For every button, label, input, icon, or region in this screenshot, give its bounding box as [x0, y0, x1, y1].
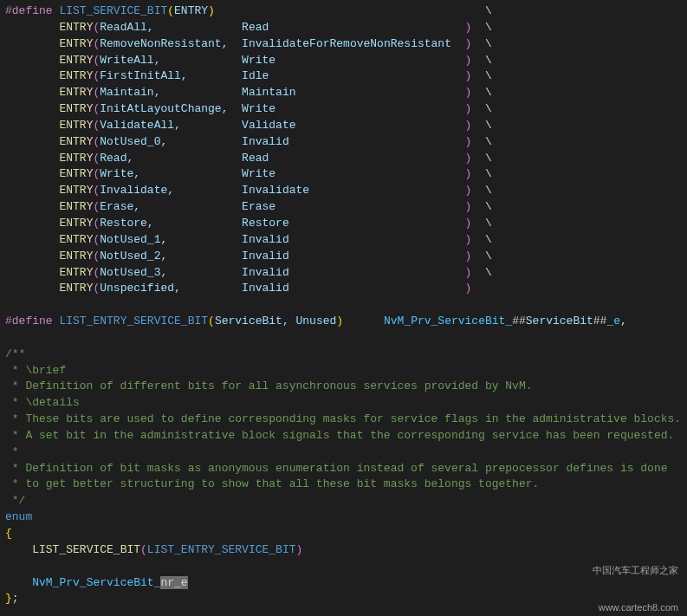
- entry-line: ENTRY(ValidateAll, Validate ) \: [5, 118, 682, 134]
- comment-line: *: [5, 444, 682, 461]
- entry-line: ENTRY(Erase, Erase ) \: [5, 199, 682, 216]
- entry-line: ENTRY(NotUsed_0, Invalid ) \: [5, 134, 682, 151]
- enum-last-prefix: NvM_Prv_ServiceBit_: [32, 576, 160, 589]
- entry-line: ENTRY(Invalidate, Invalidate ) \: [5, 183, 682, 199]
- macro-call: LIST_SERVICE_BIT: [32, 543, 140, 556]
- comment-close: */: [5, 493, 682, 509]
- brace-close: }: [5, 592, 12, 605]
- entry-line: ENTRY(FirstInitAll, Idle ) \: [5, 68, 682, 85]
- macro-arg: LIST_ENTRY_SERVICE_BIT: [147, 543, 296, 556]
- entry-line: ENTRY(RemoveNonResistant, InvalidateForR…: [5, 36, 682, 53]
- comment-line: * A set bit in the administrative block …: [5, 428, 682, 444]
- comment-line: * \details: [5, 395, 682, 412]
- comment-line: * Definition of bit masks as anonymous e…: [5, 461, 682, 477]
- define1-header: #define LIST_SERVICE_BIT(ENTRY) \: [5, 3, 682, 20]
- comment-open: /**: [5, 347, 682, 363]
- enum-keyword: enum: [5, 510, 32, 523]
- comment-line: * These bits are used to define correspo…: [5, 412, 682, 428]
- entry-line: ENTRY(Unspecified, Invalid ): [5, 281, 682, 297]
- macro-name: LIST_SERVICE_BIT: [59, 4, 167, 17]
- define2: #define LIST_ENTRY_SERVICE_BIT(ServiceBi…: [5, 314, 682, 330]
- entry-line: ENTRY(Write, Write ) \: [5, 166, 682, 183]
- comment-line: * Definition of different bits for all a…: [5, 379, 682, 395]
- entry-line: ENTRY(NotUsed_2, Invalid ) \: [5, 249, 682, 265]
- entry-line: ENTRY(Restore, Restore ) \: [5, 216, 682, 232]
- directive: #define: [5, 4, 53, 17]
- entry-line: ENTRY(NotUsed_1, Invalid ) \: [5, 232, 682, 249]
- macro-param: ENTRY: [174, 4, 208, 17]
- entry-line: ENTRY(WriteAll, Write ) \: [5, 53, 682, 69]
- entry-line: ENTRY(ReadAll, Read ) \: [5, 20, 682, 36]
- entry-line: ENTRY(NotUsed_3, Invalid ) \: [5, 265, 682, 282]
- selection-highlight: nr_e: [160, 576, 187, 589]
- entry-line: ENTRY(InitAtLayoutChange, Write ) \: [5, 101, 682, 118]
- comment-line: * \brief: [5, 363, 682, 379]
- comment-line: * to get better structuring to show that…: [5, 477, 682, 493]
- code-editor[interactable]: #define LIST_SERVICE_BIT(ENTRY) \ ENTRY(…: [0, 0, 687, 616]
- entry-line: ENTRY(Read, Read ) \: [5, 151, 682, 167]
- entry-line: ENTRY(Maintain, Maintain ) \: [5, 85, 682, 101]
- brace-open: {: [5, 527, 12, 540]
